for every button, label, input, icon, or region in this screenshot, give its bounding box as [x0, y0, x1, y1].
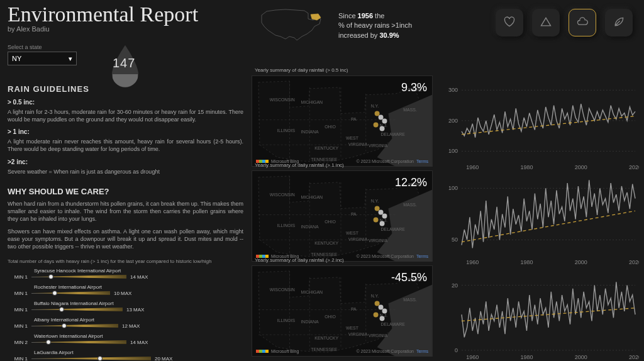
svg-point-76: [375, 301, 380, 306]
airport-name: Rochester International Airport: [34, 284, 243, 290]
svg-text:N.Y.: N.Y.: [371, 104, 379, 108]
why-care-body-1: When hard rain from a thunderstorm hits …: [8, 200, 243, 223]
svg-text:VIRGINIA: VIRGINIA: [348, 332, 368, 336]
svg-text:WEST: WEST: [346, 231, 359, 235]
map-terms-link[interactable]: Terms: [416, 254, 428, 258]
map-percentage: 9.3%: [401, 81, 427, 94]
svg-text:OHIO: OHIO: [325, 314, 336, 319]
range-max-label: 14 MAX: [130, 274, 157, 280]
svg-point-79: [374, 312, 379, 317]
svg-text:PA: PA: [351, 307, 357, 311]
airport-name: Watertown International Airport: [34, 333, 243, 339]
rainfall-map-card[interactable]: Yearly summary of daily rainfall (> 1 in…: [252, 170, 433, 262]
map-attribution: Microsoft Bing: [256, 349, 299, 353]
svg-text:2020: 2020: [629, 164, 639, 170]
svg-text:TENNESSEE: TENNESSEE: [311, 252, 337, 257]
guideline-05-heading: > 0.5 inc:: [8, 99, 243, 106]
range-bar: [31, 324, 118, 328]
svg-text:WEST: WEST: [346, 136, 359, 140]
svg-text:VIRGINIA: VIRGINIA: [348, 142, 368, 147]
svg-text:MASS.: MASS.: [403, 203, 417, 207]
range-current-marker: [59, 307, 64, 312]
svg-text:ILLINOIS: ILLINOIS: [277, 128, 296, 133]
svg-point-51: [382, 214, 387, 219]
svg-point-25: [374, 122, 379, 127]
rainfall-map-card[interactable]: Yearly summary of daily rainfall (> 0.5 …: [252, 75, 433, 167]
metric-button-triangle[interactable]: [532, 9, 560, 36]
range-bar: [31, 291, 110, 295]
bing-logo-icon: [256, 350, 269, 353]
metric-button-leaf[interactable]: [605, 9, 633, 36]
state-select[interactable]: NY ▾: [8, 52, 77, 65]
leaf-icon: [613, 16, 625, 30]
svg-point-77: [379, 305, 384, 310]
svg-text:WISCONSIN: WISCONSIN: [270, 287, 295, 292]
map-title: Yearly summary of daily rainfall (> 1 in…: [255, 162, 344, 168]
airport-range-row: LaGuardia Airport MIN 1 20 MAX: [8, 350, 243, 361]
airport-name: Albany International Airport: [34, 317, 243, 323]
triangle-icon: [540, 16, 552, 30]
range-min-label: MIN 2: [8, 340, 28, 345]
airport-range-row: Rochester International Airport MIN 1 10…: [8, 284, 243, 296]
map-title: Yearly summary of daily rainfall (> 0.5 …: [255, 67, 348, 73]
svg-text:100: 100: [448, 185, 458, 191]
highlight-state-ny: [311, 14, 321, 20]
heart-icon: [503, 16, 516, 30]
rainfall-map-card[interactable]: Yearly summary of daily rainfall (> 2 in…: [252, 265, 433, 357]
svg-text:OHIO: OHIO: [325, 125, 336, 129]
range-min-label: MIN 1: [8, 291, 28, 296]
svg-text:N.Y.: N.Y.: [371, 199, 379, 203]
range-current-marker: [52, 291, 57, 296]
guideline-2-heading: >2 inc:: [8, 158, 243, 165]
range-current-marker: [62, 323, 67, 328]
svg-text:PA: PA: [351, 212, 357, 216]
map-copyright: © 2023 Microsoft CorporationTerms: [356, 254, 428, 258]
svg-text:300: 300: [448, 87, 458, 93]
svg-text:2000: 2000: [575, 354, 587, 360]
page-title: Environmental Report: [8, 3, 198, 26]
range-max-label: 10 MAX: [114, 291, 140, 296]
ranges-caption: Total number of days with heavy rain (> …: [8, 258, 243, 264]
map-terms-link[interactable]: Terms: [416, 159, 428, 164]
why-care-body-2: Showers can have mixed effects on asthma…: [8, 228, 243, 250]
svg-text:N.Y.: N.Y.: [371, 294, 379, 298]
since-summary: Since 1956 the % of heavy rains >1inch i…: [338, 11, 445, 40]
svg-point-49: [375, 206, 380, 211]
svg-text:KENTUCKY: KENTUCKY: [314, 146, 338, 150]
svg-point-24: [382, 119, 387, 124]
trend-line-chart: 501001960198020002020: [440, 175, 639, 267]
svg-text:2020: 2020: [629, 259, 639, 265]
metric-button-heart[interactable]: [496, 9, 523, 36]
range-bar: [31, 275, 126, 279]
svg-text:1960: 1960: [466, 164, 479, 170]
us-mini-map: [258, 5, 327, 43]
guideline-1-heading: > 1 inc:: [8, 128, 243, 135]
svg-point-52: [374, 217, 379, 222]
svg-text:ILLINOIS: ILLINOIS: [277, 223, 296, 228]
svg-text:1980: 1980: [520, 259, 533, 265]
range-bar: [31, 340, 126, 344]
svg-text:MICHIGAN: MICHIGAN: [301, 100, 323, 104]
svg-text:INDIANA: INDIANA: [301, 225, 319, 229]
range-max-label: 20 MAX: [155, 356, 181, 361]
guideline-2-body: Severe weather = When rain is just as da…: [8, 168, 243, 175]
airport-range-row: Albany International Airport MIN 1 12 MA…: [8, 317, 243, 329]
svg-text:1960: 1960: [466, 354, 479, 360]
metric-button-cloud[interactable]: [569, 9, 596, 36]
airport-range-row: Buffalo Niagara International Airport MI…: [8, 301, 243, 313]
airport-name: LaGuardia Airport: [34, 350, 243, 355]
svg-text:PA: PA: [351, 117, 357, 121]
svg-point-50: [379, 210, 384, 215]
map-terms-link[interactable]: Terms: [416, 349, 428, 353]
svg-point-78: [382, 309, 387, 314]
svg-text:MASS.: MASS.: [403, 297, 417, 302]
svg-text:ILLINOIS: ILLINOIS: [277, 318, 296, 323]
svg-text:2000: 2000: [575, 164, 587, 170]
svg-text:1960: 1960: [466, 259, 479, 265]
range-bar: [31, 357, 151, 360]
svg-point-23: [379, 115, 384, 120]
svg-text:DELAWARE: DELAWARE: [381, 322, 406, 326]
airport-range-row: Watertown International Airport MIN 2 14…: [8, 333, 243, 345]
chevron-down-icon: ▾: [69, 55, 72, 63]
trend-line-chart: 1002003001960198020002020: [440, 81, 639, 172]
